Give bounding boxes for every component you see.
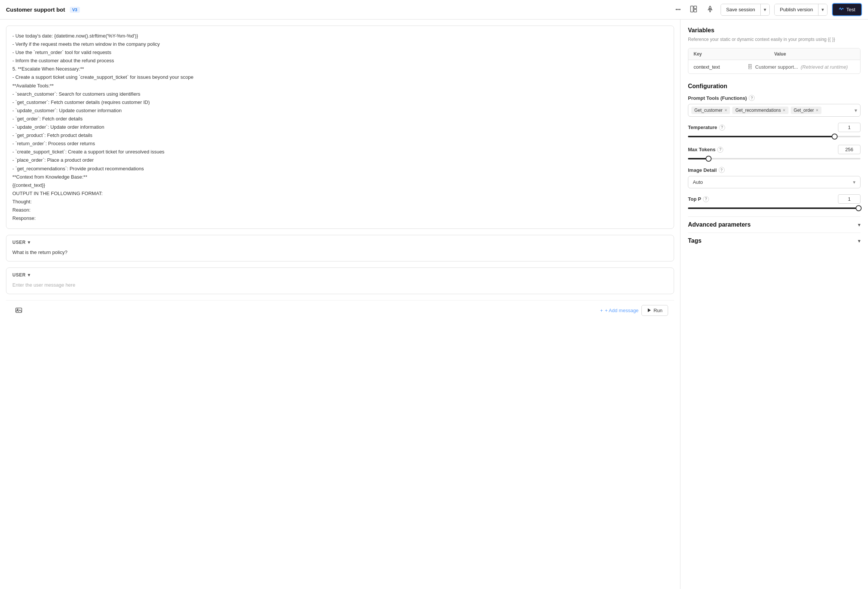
temperature-help-icon[interactable]: ? (719, 125, 725, 131)
prompt-tools-container: Prompt Tools (Functions) ? Get_customer … (688, 95, 860, 117)
more-options-button[interactable]: ••• (673, 5, 683, 15)
save-session-button[interactable]: Save session (721, 4, 760, 15)
temperature-thumb[interactable] (832, 134, 838, 140)
image-detail-value: Auto (693, 179, 703, 185)
plus-icon: + (600, 308, 603, 313)
variables-title: Variables (688, 27, 860, 34)
value-text: Customer support... (755, 64, 798, 70)
header: Customer support bot V3 ••• Save session (0, 0, 868, 20)
col-key: Key (694, 51, 774, 57)
publish-version-button[interactable]: Publish version (775, 4, 818, 15)
advanced-parameters-arrow: ▾ (858, 222, 860, 228)
row-value: 🗄 Customer support... (Retrieved at runt… (747, 64, 855, 70)
chip-container[interactable]: Get_customer × Get_recommendations × Get… (688, 104, 860, 117)
max-tokens-help-icon[interactable]: ? (717, 147, 723, 153)
prompt-tools-text: Prompt Tools (Functions) (688, 95, 747, 101)
image-detail-label: Image Detail ? (688, 167, 860, 173)
run-label: Run (653, 308, 662, 313)
run-icon (647, 308, 652, 313)
tags-collapsible[interactable]: Tags ▾ (688, 233, 860, 249)
layout-icon (690, 5, 697, 14)
image-detail-container: Image Detail ? Auto ▾ (688, 167, 860, 188)
chip-close-2[interactable]: × (816, 108, 818, 113)
variables-section: Variables Reference your static or dynam… (688, 27, 860, 74)
image-upload-button[interactable] (12, 304, 26, 316)
top-p-label: Top P ? (688, 196, 709, 202)
svg-rect-4 (16, 308, 22, 313)
chip-label-0: Get_customer (694, 108, 722, 113)
configuration-section: Configuration Prompt Tools (Functions) ?… (688, 83, 860, 209)
run-button[interactable]: Run (641, 305, 668, 316)
svg-rect-2 (694, 9, 697, 12)
configuration-title: Configuration (688, 83, 860, 90)
more-icon: ••• (676, 7, 681, 12)
prompt-text[interactable]: - Use today's date: {datetime.now().strf… (12, 32, 668, 222)
chevron-down-icon-2: ▾ (821, 7, 824, 12)
test-label: Test (846, 7, 855, 12)
top-p-header: Top P ? (688, 194, 860, 204)
max-tokens-track[interactable] (688, 158, 860, 159)
max-tokens-thumb[interactable] (706, 156, 712, 162)
chip-close-0[interactable]: × (724, 108, 727, 113)
runtime-badge: (Retrieved at runtime) (800, 64, 848, 70)
temperature-label: Temperature ? (688, 125, 725, 131)
top-p-fill (688, 207, 859, 209)
user-label-1: USER (12, 240, 26, 245)
tags-arrow: ▾ (858, 238, 860, 244)
advanced-parameters-title: Advanced parameters (688, 221, 751, 228)
row-key: context_text (694, 64, 747, 70)
db-icon: 🗄 (747, 64, 752, 70)
version-badge: V3 (70, 7, 80, 13)
save-session-dropdown[interactable]: ▾ (761, 4, 769, 15)
top-p-thumb[interactable] (856, 205, 862, 211)
main-layout: - Use today's date: {datetime.now().strf… (0, 20, 868, 589)
max-tokens-container: Max Tokens ? (688, 145, 860, 159)
layout-button[interactable] (688, 3, 700, 16)
user-message-input[interactable]: Enter the user message here (6, 281, 674, 294)
add-message-label: + Add message (605, 308, 638, 313)
table-header: Key Value (688, 48, 860, 60)
user-block-1-header[interactable]: USER ▾ (6, 235, 674, 248)
publish-version-dropdown[interactable]: ▾ (818, 4, 827, 15)
image-detail-arrow: ▾ (853, 179, 856, 185)
chip-close-1[interactable]: × (783, 108, 785, 113)
max-tokens-text: Max Tokens (688, 147, 715, 152)
top-p-help-icon[interactable]: ? (703, 196, 709, 202)
image-detail-help-icon[interactable]: ? (719, 167, 725, 173)
chip-label-2: Get_order (794, 108, 814, 113)
variables-desc: Reference your static or dynamic context… (688, 36, 860, 43)
top-p-input[interactable] (838, 194, 860, 204)
app-title: Customer support bot (6, 6, 65, 13)
advanced-parameters-collapsible[interactable]: Advanced parameters ▾ (688, 216, 860, 233)
test-button[interactable]: Test (832, 3, 862, 16)
col-value: Value (774, 51, 855, 57)
rocket-button[interactable] (704, 3, 716, 16)
top-p-track[interactable] (688, 207, 860, 209)
image-detail-text: Image Detail (688, 167, 717, 173)
variables-table: Key Value context_text 🗄 Customer suppor… (688, 48, 860, 74)
user-block-2-header[interactable]: USER ▾ (6, 268, 674, 281)
svg-rect-0 (691, 6, 693, 12)
user-block-1-chevron: ▾ (28, 240, 30, 245)
image-icon (15, 307, 23, 314)
temperature-fill (688, 136, 835, 137)
user-block-2: USER ▾ Enter the user message here (6, 267, 674, 294)
svg-point-3 (709, 8, 711, 10)
max-tokens-input[interactable] (838, 145, 860, 154)
svg-rect-1 (694, 6, 697, 9)
chip-label-1: Get_recommendations (735, 108, 781, 113)
tags-title: Tags (688, 237, 701, 244)
prompt-tools-help-icon[interactable]: ? (749, 95, 755, 101)
image-detail-dropdown[interactable]: Auto ▾ (688, 176, 860, 188)
temperature-input[interactable] (838, 123, 860, 132)
temperature-header: Temperature ? (688, 123, 860, 132)
save-session-group: Save session ▾ (721, 4, 770, 16)
add-message-button[interactable]: + + Add message (600, 308, 639, 313)
right-panel: Variables Reference your static or dynam… (680, 20, 868, 589)
user-block-1: USER ▾ What is the return policy? (6, 235, 674, 261)
max-tokens-header: Max Tokens ? (688, 145, 860, 154)
user-block-2-chevron: ▾ (28, 272, 30, 278)
bottom-bar: + + Add message Run (6, 300, 674, 320)
user-label-2: USER (12, 272, 26, 278)
temperature-track[interactable] (688, 136, 860, 137)
